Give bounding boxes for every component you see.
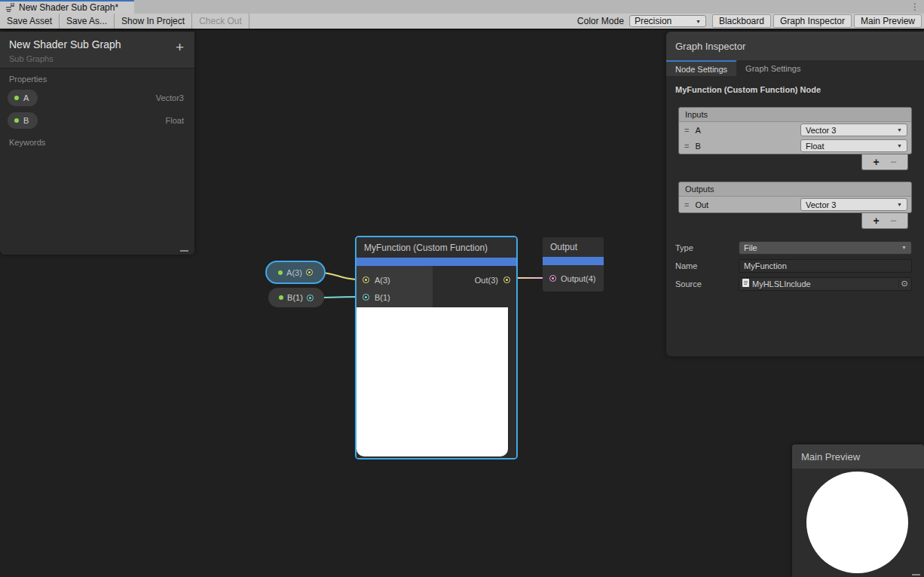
chevron-down-icon: ▼ — [897, 127, 902, 133]
output-node-slot: Output(4) — [543, 265, 604, 292]
drag-handle-icon[interactable]: = — [684, 126, 689, 135]
inputs-row-b[interactable]: = B Float ▼ — [679, 138, 911, 154]
kebab-menu-icon[interactable]: ⋮ — [910, 1, 919, 13]
preview-sphere — [806, 472, 908, 573]
output-slot-out: Out(3) — [433, 271, 516, 288]
resize-handle[interactable] — [180, 250, 188, 252]
blackboard-toggle-button[interactable]: Blackboard — [712, 14, 771, 28]
source-object-field[interactable]: MyHLSLInclude ⊙ — [739, 277, 912, 291]
input-type-dropdown[interactable]: Vector 3 ▼ — [800, 124, 907, 136]
property-node-a[interactable]: A(3) — [265, 261, 326, 284]
output-type-value: Vector 3 — [806, 200, 836, 209]
input-port-vector4-icon[interactable] — [549, 275, 556, 282]
tab-new-shader-sub-graph[interactable]: New Shader Sub Graph* — [0, 0, 134, 14]
shader-graph-icon — [6, 3, 15, 12]
slot-label: B(1) — [375, 293, 390, 302]
remove-input-button[interactable]: − — [890, 156, 896, 168]
property-type: Vector3 — [156, 93, 184, 102]
drag-handle-icon[interactable]: = — [684, 200, 689, 209]
output-port-float-icon[interactable] — [307, 295, 314, 301]
output-node[interactable]: Output Output(4) — [543, 237, 604, 292]
chevron-down-icon: ▼ — [897, 202, 902, 207]
properties-section-label: Properties — [0, 69, 194, 87]
outputs-list-title: Outputs — [679, 182, 911, 197]
property-name: A — [23, 93, 29, 102]
input-slot-b: B(1) — [356, 288, 433, 306]
blackboard-title: New Shader Sub Graph — [9, 38, 185, 50]
show-in-project-button[interactable]: Show In Project — [115, 14, 192, 29]
slot-label: Out(3) — [475, 276, 498, 285]
blackboard-header: New Shader Sub Graph Sub Graphs + — [0, 32, 194, 69]
node-accent-bar — [543, 257, 604, 265]
tab-title: New Shader Sub Graph* — [19, 2, 118, 13]
property-pill-a[interactable]: A — [8, 90, 38, 106]
shader-graph-window: New Shader Sub Graph* ⋮ Save Asset Save … — [0, 0, 924, 577]
graph-inspector-title: Graph Inspector — [666, 32, 924, 60]
property-node-b[interactable]: B(1) — [268, 288, 324, 307]
output-port-vector3-icon[interactable] — [306, 269, 313, 276]
output-name: Out — [695, 200, 800, 209]
input-slot-a: A(3) — [356, 271, 433, 288]
node-title[interactable]: MyFunction (Custom Function) — [356, 237, 516, 258]
tab-node-settings[interactable]: Node Settings — [666, 60, 736, 76]
add-input-button[interactable]: + — [874, 156, 880, 168]
input-type-value: Float — [806, 142, 824, 151]
blackboard-subtitle: Sub Graphs — [9, 54, 185, 63]
main-preview-toggle-button[interactable]: Main Preview — [854, 14, 922, 28]
toolbar-right-group: Color Mode Precision ▼ Blackboard Graph … — [572, 14, 924, 29]
output-port-vector3-icon[interactable] — [503, 276, 510, 283]
type-label: Type — [675, 243, 739, 252]
object-picker-icon[interactable]: ⊙ — [898, 279, 910, 289]
output-slot-column: Out(3) — [433, 266, 516, 307]
input-port-float-icon[interactable] — [363, 294, 369, 301]
main-preview-title: Main Preview — [792, 444, 924, 469]
inputs-list-footer: + − — [861, 154, 908, 170]
property-name: B — [23, 116, 29, 125]
graph-inspector-panel: Graph Inspector Node Settings Graph Sett… — [666, 32, 924, 356]
property-node-label: B(1) — [287, 293, 303, 302]
tab-graph-settings[interactable]: Graph Settings — [736, 60, 809, 76]
source-label: Source — [675, 279, 739, 288]
node-accent-bar — [356, 258, 516, 266]
type-dropdown[interactable]: File ▼ — [739, 241, 912, 255]
node-preview-image — [356, 307, 508, 456]
input-port-vector3-icon[interactable] — [363, 276, 369, 283]
save-as-button[interactable]: Save As... — [60, 14, 115, 29]
inspector-tabs: Node Settings Graph Settings — [666, 60, 924, 76]
input-name: A — [695, 126, 800, 135]
graph-inspector-toggle-button[interactable]: Graph Inspector — [773, 14, 852, 28]
name-field-row: Name — [666, 258, 912, 273]
tab-bar: New Shader Sub Graph* ⋮ — [0, 0, 924, 14]
input-type-dropdown[interactable]: Float ▼ — [800, 139, 907, 152]
outputs-list: Outputs = Out Vector 3 ▼ + − — [678, 182, 912, 213]
color-mode-dropdown[interactable]: Precision ▼ — [629, 15, 706, 27]
main-preview-viewport[interactable] — [792, 469, 924, 577]
custom-function-node[interactable]: MyFunction (Custom Function) A(3) B(1) O… — [355, 236, 518, 459]
inputs-row-a[interactable]: = A Vector 3 ▼ — [679, 122, 911, 138]
slot-label: A(3) — [375, 276, 390, 285]
type-field-row: Type File ▼ — [666, 240, 912, 255]
property-row-a: A Vector3 — [0, 87, 194, 109]
add-property-button[interactable]: + — [176, 41, 184, 54]
save-asset-button[interactable]: Save Asset — [0, 14, 60, 29]
name-input[interactable] — [739, 259, 912, 273]
resize-handle[interactable] — [912, 574, 920, 575]
inputs-list-title: Inputs — [679, 108, 911, 122]
script-file-icon — [742, 279, 749, 288]
exposed-dot-icon — [279, 295, 283, 300]
check-out-button: Check Out — [192, 14, 249, 29]
output-type-dropdown[interactable]: Vector 3 ▼ — [800, 198, 907, 211]
node-title[interactable]: Output — [543, 237, 604, 257]
add-output-button[interactable]: + — [874, 215, 880, 227]
outputs-row-out[interactable]: = Out Vector 3 ▼ — [679, 197, 911, 212]
inputs-list: Inputs = A Vector 3 ▼ = B Float ▼ + − — [678, 107, 912, 154]
graph-toolbar: Save Asset Save As... Show In Project Ch… — [0, 14, 924, 30]
drag-handle-icon[interactable]: = — [684, 142, 689, 151]
keywords-section-label: Keywords — [0, 132, 194, 150]
color-mode-label: Color Mode — [572, 16, 629, 26]
color-mode-value: Precision — [635, 16, 672, 26]
remove-output-button[interactable]: − — [890, 215, 896, 227]
property-pill-b[interactable]: B — [8, 112, 38, 129]
source-field-row: Source MyHLSLInclude ⊙ — [666, 276, 912, 291]
exposed-dot-icon — [14, 118, 19, 123]
